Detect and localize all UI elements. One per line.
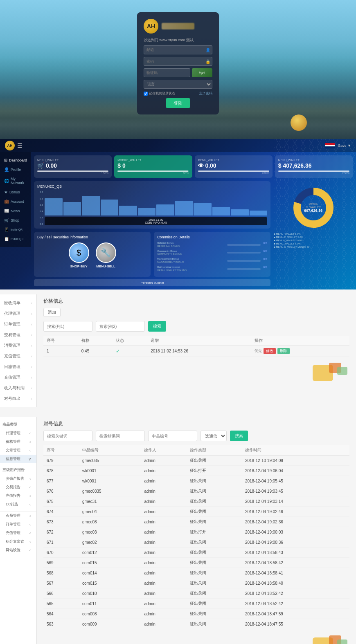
sidebar-item-代理管理[interactable]: 代理管理 ‹ — [0, 308, 36, 319]
cai-row-product: gmec03 — [79, 527, 141, 537]
sidebar-item-inviteqr[interactable]: 📱 Invite QR — [0, 225, 31, 234]
sidebar-subitem-积分支出[interactable]: 积分支出管 ‹ — [0, 537, 36, 546]
modify-button[interactable]: 修改 — [264, 348, 276, 354]
sidebar-item-充值管理2[interactable]: 充值管理 ‹ — [0, 372, 36, 383]
lock-icon: 🔒 — [205, 59, 210, 64]
cai-row-operator: admin — [141, 609, 186, 619]
comm-label-4: Daily original integralDETAIL WALLET TOK… — [157, 266, 225, 272]
menu-sell-button[interactable]: 🔧 MENU-SELL — [96, 242, 116, 268]
dash-left: MENU-EC_QS 0.70.60.50.40.30.2 — [34, 181, 270, 286]
commission-item-3: Management BonusMANAGEMENT BONUS 0% — [157, 258, 267, 264]
subitem-label-充值管理3: 充值管理 — [6, 530, 20, 536]
forgot-link[interactable]: 忘了密码 — [199, 91, 212, 96]
cai-row-product: com015 — [79, 558, 141, 568]
sidebar-item-news[interactable]: 📰 News — [0, 206, 31, 215]
buy-sell-commission-row: Buy / sell securities information $ SHOP… — [34, 232, 270, 277]
cai-row-operator: admin — [141, 466, 186, 476]
cai-row-id: 674 — [43, 507, 79, 517]
sidebar-subitem-价格管理[interactable]: 价格管理 ‹ — [0, 438, 36, 446]
sidebar-item-消费管理[interactable]: 消费管理 ‹ — [0, 340, 36, 351]
sidebar-subitem-乡镇报告[interactable]: 乡镇产报告 ‹ — [0, 474, 36, 483]
sidebar-subitem-订单管理2[interactable]: 订单管理 ‹ — [0, 520, 36, 529]
sidebar-label-network: My Network — [11, 177, 27, 185]
table-row: 567 com015 admin 征出关闭 2018-12-04 18:58:4… — [43, 578, 349, 588]
captcha-row: ∂µ√ — [144, 68, 212, 77]
cai-row-type: 征出关闭 — [187, 537, 242, 548]
sidebar-subitem-代理管理2[interactable]: 代理管理 ‹ — [0, 429, 36, 438]
sidebar-item-network[interactable]: 🌐 My Network — [0, 174, 31, 187]
cai-status-select[interactable]: 选通信 — [201, 431, 227, 441]
sidebar-subitem-网站设置[interactable]: 网站设置 ‹ — [0, 546, 36, 554]
sidebar-item-account[interactable]: 💼 Account — [0, 197, 31, 206]
sidebar-label-充值管理: 充值管理 — [4, 353, 20, 359]
subitem-label-积分支出: 积分支出管 — [6, 539, 24, 544]
floating-decoration-2 — [43, 633, 349, 644]
cai-row-type: 征出关闭 — [187, 588, 242, 599]
comm-bar-wrap-4 — [227, 268, 261, 270]
sidebar-subitem-充值管理3[interactable]: 充值管理 ‹ — [0, 529, 36, 537]
hamburger-icon[interactable]: ☰ — [17, 142, 23, 149]
avatar-bubble — [291, 114, 307, 131]
captcha-input[interactable] — [144, 68, 190, 77]
deco-green — [337, 367, 347, 375]
comm-pct-2: 0% — [263, 250, 267, 256]
cai-row-product: wk0001 — [79, 466, 141, 476]
price-search-2[interactable] — [96, 321, 145, 332]
sidebar-item-日志管理[interactable]: 日志管理 ‹ — [0, 361, 36, 372]
cai-row-type: 征出关闭 — [187, 517, 242, 527]
sidebar-item-profile[interactable]: 👤 Profile — [0, 165, 31, 174]
subitem-label-订单管理2: 订单管理 — [6, 522, 20, 527]
wallet-pct-3: 200% — [198, 172, 269, 175]
cai-row-product: wk0001 — [79, 476, 141, 486]
sidebar-item-订单管理[interactable]: 订单管理 ‹ — [0, 319, 36, 330]
sidebar-subitem-文章管理[interactable]: 文章管理 ‹ — [0, 446, 36, 455]
sidebar-subitem-EC报告[interactable]: EC报告 ‹ — [0, 500, 36, 509]
sidebar-item-publicqr[interactable]: 📋 Public QR — [0, 234, 31, 244]
cai-search-button[interactable]: 搜索 — [230, 431, 248, 441]
sidebar-label-dashboard: Dashboard — [9, 158, 27, 162]
table-row: 678 wk0001 admin 征出打开 2018-12-04 19:06:0… — [43, 466, 349, 476]
add-price-button[interactable]: 添加 — [43, 308, 61, 317]
cai-search-1[interactable] — [43, 431, 92, 441]
delete-button[interactable]: 删除 — [277, 348, 290, 354]
sidebar-item-应收消单[interactable]: 应收消单 ‹ — [0, 298, 36, 308]
login-button[interactable]: 登陆 — [166, 98, 190, 108]
chart-wrapper: 0.70.60.50.40.30.2 — [37, 191, 267, 225]
subitem-label-价格管理: 价格管理 — [6, 439, 20, 444]
sidebar-subitem-交易报告[interactable]: 交易报告 ‹ — [0, 483, 36, 491]
sidebar-item-dashboard[interactable]: ⊞ Dashboard — [0, 155, 31, 165]
comm-bar-wrap-2 — [227, 252, 261, 254]
sidebar-item-收入利润[interactable]: 收入与利润 ‹ — [0, 383, 36, 393]
cai-row-time: 2018-12-04 19:05:45 — [242, 476, 349, 486]
remember-checkbox[interactable] — [144, 92, 148, 96]
sidebar-subitem-信息管理[interactable]: 信息管理 v — [0, 455, 36, 463]
language-select[interactable]: 语言 — [144, 80, 212, 89]
captcha-image[interactable]: ∂µ√ — [192, 68, 212, 77]
cai-search-3[interactable] — [148, 431, 197, 441]
sidebar-item-shop[interactable]: 🛒 Shop — [0, 215, 31, 225]
shop-buy-button[interactable]: $ SHOP-BUY — [69, 242, 89, 268]
sidebar-item-交易管理[interactable]: 交易管理 ‹ — [0, 330, 36, 340]
password-input[interactable] — [144, 57, 212, 66]
cai-row-time: 2018-12-04 19:00:03 — [242, 527, 349, 537]
cai-row-product: gmec04 — [79, 507, 141, 517]
news-bulletin-button[interactable]: Personn bulletin — [34, 279, 270, 286]
chart-section: MENU-EC_QS 0.70.60.50.40.30.2 — [34, 181, 270, 229]
shop-icon: 🛒 — [4, 218, 9, 222]
sidebar-subitem-会员管理[interactable]: 会员管理 ‹ — [0, 512, 36, 520]
username-input[interactable] — [144, 45, 212, 54]
sidebar-subitem-充值报告[interactable]: 充值报告 ‹ — [0, 491, 36, 500]
price-search-button[interactable]: 搜索 — [148, 321, 166, 332]
subitem-label-网站设置: 网站设置 — [6, 548, 20, 553]
cai-row-type: 征出关闭 — [187, 599, 242, 609]
price-search-1[interactable] — [43, 321, 92, 332]
sidebar-item-充值管理[interactable]: 充值管理 ‹ — [0, 351, 36, 361]
sidebar-item-bonus[interactable]: ★ Bonus — [0, 187, 31, 197]
cai-search-2[interactable] — [96, 431, 145, 441]
cai-row-time: 2018-12-04 18:58:42 — [242, 558, 349, 568]
sidebar-item-对号白出[interactable]: 对号白出 ‹ — [0, 393, 36, 404]
cai-row-type: 征出关闭 — [187, 476, 242, 486]
donut-value: 607,626.36 — [302, 209, 324, 213]
col-status: 状态 — [113, 336, 147, 346]
cai-row-id: 679 — [43, 456, 79, 466]
